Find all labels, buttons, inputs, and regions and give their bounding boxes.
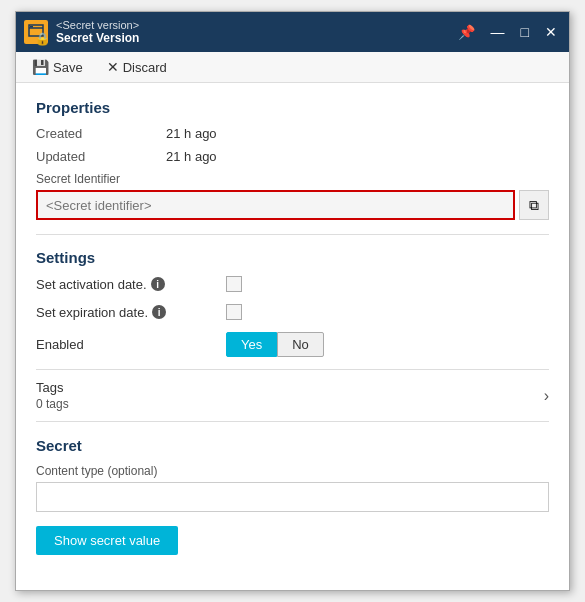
save-label: Save: [53, 60, 83, 75]
tags-label: Tags: [36, 380, 69, 395]
restore-button[interactable]: □: [517, 23, 533, 41]
activation-row: Set activation date. i: [36, 276, 549, 292]
expiration-label: Set expiration date. i: [36, 305, 216, 320]
expiration-row: Set expiration date. i: [36, 304, 549, 320]
toolbar: 💾 Save ✕ Discard: [16, 52, 569, 83]
discard-icon: ✕: [107, 59, 119, 75]
properties-section: Properties Created 21 h ago Updated 21 h…: [36, 99, 549, 220]
updated-value: 21 h ago: [166, 149, 217, 164]
identifier-label: Secret Identifier: [36, 172, 549, 186]
titlebar: <Secret version> Secret Version 📌 — □ ✕: [16, 12, 569, 52]
copy-icon: ⧉: [529, 197, 539, 214]
content-type-input[interactable]: [36, 482, 549, 512]
created-label: Created: [36, 126, 166, 141]
settings-section: Settings Set activation date. i Set expi…: [36, 249, 549, 357]
svg-rect-2: [30, 26, 33, 28]
yes-button[interactable]: Yes: [226, 332, 277, 357]
tags-row[interactable]: Tags 0 tags ›: [36, 369, 549, 422]
chevron-right-icon: ›: [544, 387, 549, 405]
save-icon: 💾: [32, 59, 49, 75]
tags-count: 0 tags: [36, 397, 69, 411]
enabled-row: Enabled Yes No: [36, 332, 549, 357]
updated-label: Updated: [36, 149, 166, 164]
identifier-input-wrap: ⧉: [36, 190, 549, 220]
updated-row: Updated 21 h ago: [36, 149, 549, 164]
activation-label: Set activation date. i: [36, 277, 216, 292]
settings-title: Settings: [36, 249, 549, 266]
created-row: Created 21 h ago: [36, 126, 549, 141]
enabled-label: Enabled: [36, 337, 216, 352]
content-type-label: Content type (optional): [36, 464, 549, 478]
content-area: Properties Created 21 h ago Updated 21 h…: [16, 83, 569, 590]
copy-button[interactable]: ⧉: [519, 190, 549, 220]
titlebar-subtitle: <Secret version>: [56, 19, 139, 31]
properties-title: Properties: [36, 99, 549, 116]
app-icon: [24, 20, 48, 44]
save-button[interactable]: 💾 Save: [28, 57, 87, 77]
minimize-button[interactable]: —: [487, 23, 509, 41]
discard-label: Discard: [123, 60, 167, 75]
titlebar-text: <Secret version> Secret Version: [56, 19, 139, 45]
expiration-checkbox[interactable]: [226, 304, 242, 320]
titlebar-title: Secret Version: [56, 31, 139, 45]
no-button[interactable]: No: [277, 332, 324, 357]
expiration-info-icon[interactable]: i: [152, 305, 166, 319]
divider-1: [36, 234, 549, 235]
secret-section: Secret Content type (optional) Show secr…: [36, 437, 549, 555]
show-secret-button[interactable]: Show secret value: [36, 526, 178, 555]
tags-left: Tags 0 tags: [36, 380, 69, 411]
enabled-toggle: Yes No: [226, 332, 324, 357]
pin-button[interactable]: 📌: [454, 23, 479, 41]
identifier-field: Secret Identifier ⧉: [36, 172, 549, 220]
titlebar-left: <Secret version> Secret Version: [24, 19, 139, 45]
activation-info-icon[interactable]: i: [151, 277, 165, 291]
close-button[interactable]: ✕: [541, 23, 561, 41]
activation-checkbox[interactable]: [226, 276, 242, 292]
created-value: 21 h ago: [166, 126, 217, 141]
identifier-input[interactable]: [36, 190, 515, 220]
secret-title: Secret: [36, 437, 549, 454]
main-window: <Secret version> Secret Version 📌 — □ ✕ …: [15, 11, 570, 591]
titlebar-controls: 📌 — □ ✕: [454, 23, 561, 41]
discard-button[interactable]: ✕ Discard: [103, 57, 171, 77]
